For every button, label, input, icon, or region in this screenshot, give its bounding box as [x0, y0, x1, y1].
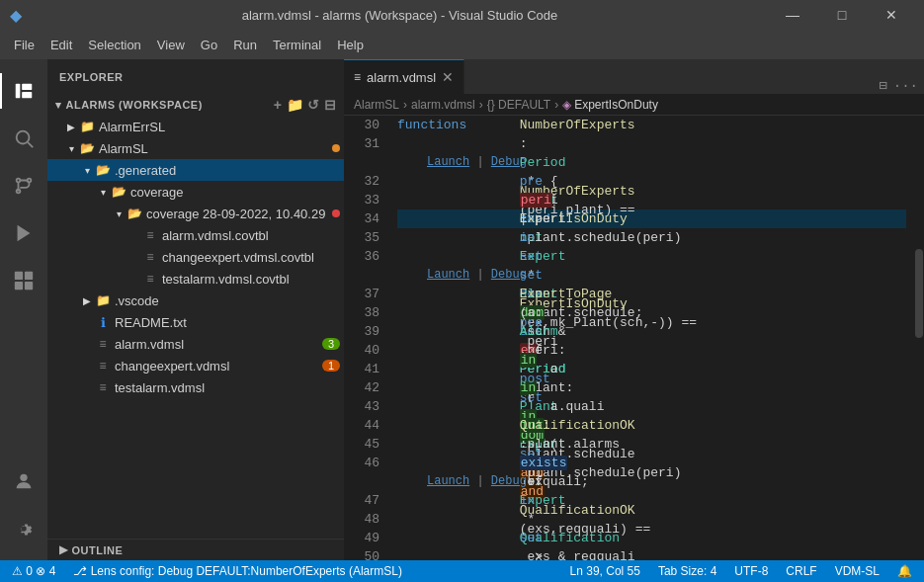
sidebar-item-alarm-covtbl[interactable]: ▶ ≡ alarm.vdmsl.covtbl — [47, 224, 344, 246]
svg-point-13 — [20, 474, 27, 481]
minimize-button[interactable]: — — [770, 0, 815, 30]
tree-item-label: coverage — [130, 185, 344, 200]
svg-rect-9 — [15, 272, 23, 280]
more-actions-icon[interactable]: ··· — [893, 78, 918, 94]
lens-config[interactable]: ⎇ Lens config: Debug DEFAULT:NumberOfExp… — [69, 560, 406, 582]
new-folder-icon[interactable]: 📁 — [287, 97, 304, 113]
menu-terminal[interactable]: Terminal — [265, 34, 329, 56]
tab-close-button[interactable]: ✕ — [442, 69, 454, 85]
editor-area: ≡ alarm.vdmsl ✕ ⊟ ··· AlarmSL › alarm.vd… — [344, 59, 924, 560]
code-content[interactable]: functions Launch | Debug NumberOfExperts… — [389, 116, 914, 560]
file-icon: ≡ — [142, 227, 158, 243]
sidebar-item-changeexpert-covtbl[interactable]: ▶ ≡ changeexpert.vdmsl.covtbl — [47, 246, 344, 268]
svg-rect-11 — [15, 282, 23, 290]
statusbar: ⚠ 0 ⊗ 4 ⎇ Lens config: Debug DEFAULT:Num… — [0, 560, 924, 582]
notification-bell[interactable]: 🔔 — [893, 560, 916, 582]
sidebar-item-vscode[interactable]: ▶ 📁 .vscode — [47, 290, 344, 311]
settings-icon[interactable] — [0, 505, 47, 552]
sidebar-item-alarmerrsl[interactable]: ▶ 📁 AlarmErrSL — [47, 116, 344, 137]
sidebar-item-alarm-vdmsl[interactable]: ▶ ≡ alarm.vdmsl 3 — [47, 333, 344, 355]
menu-file[interactable]: File — [6, 34, 42, 56]
vertical-scrollbar[interactable] — [914, 116, 924, 560]
menu-selection[interactable]: Selection — [80, 34, 148, 56]
sidebar-item-testalarm-vdmsl[interactable]: ▶ ≡ testalarm.vdmsl — [47, 376, 344, 398]
app-icon: ◆ — [10, 6, 22, 25]
menu-go[interactable]: Go — [193, 34, 225, 56]
explorer-icon[interactable] — [0, 67, 47, 115]
scrollbar-thumb[interactable] — [915, 249, 923, 338]
source-control-icon[interactable] — [0, 162, 47, 209]
error-count[interactable]: ⚠ 0 ⊗ 4 — [8, 560, 59, 582]
info-icon: ℹ — [95, 314, 111, 330]
sidebar-item-coverage[interactable]: ▾ 📂 coverage — [47, 181, 344, 203]
account-icon[interactable] — [0, 457, 47, 505]
menu-help[interactable]: Help — [329, 34, 372, 56]
line-ending[interactable]: CRLF — [782, 560, 820, 582]
close-button[interactable]: ✕ — [869, 0, 914, 30]
run-icon[interactable] — [0, 209, 47, 257]
extensions-icon[interactable] — [0, 257, 47, 304]
menu-run[interactable]: Run — [225, 34, 265, 56]
error-dot — [332, 209, 340, 217]
refresh-icon[interactable]: ↺ — [307, 97, 320, 113]
collapse-icon[interactable]: ⊟ — [324, 97, 337, 113]
encoding[interactable]: UTF-8 — [730, 560, 772, 582]
tree-item-label: coverage 28-09-2022, 10.40.29 — [146, 207, 332, 221]
svg-rect-2 — [22, 92, 32, 98]
tree-item-label: AlarmSL — [99, 141, 332, 156]
new-file-icon[interactable]: + — [274, 97, 283, 113]
tree-arrow: ▾ — [63, 143, 79, 154]
line-numbers: 30 31 32 33 34 35 36 37 38 39 40 41 42 4… — [344, 116, 389, 560]
tree-item-label: .vscode — [115, 293, 344, 308]
window-controls: — □ ✕ — [770, 0, 914, 30]
breadcrumb-label: AlarmSL — [354, 98, 399, 112]
sidebar-item-alarmsl[interactable]: ▾ 📂 AlarmSL — [47, 137, 344, 159]
svg-line-4 — [28, 142, 33, 147]
search-icon[interactable] — [0, 115, 47, 162]
svg-rect-12 — [25, 282, 33, 290]
code-line: exists ex in set exs & reqquali in set e… — [397, 529, 906, 547]
sidebar-item-coverage-date[interactable]: ▾ 📂 coverage 28-09-2022, 10.40.29 — [47, 203, 344, 224]
file-code-icon: ≡ — [95, 336, 111, 352]
breadcrumb-default[interactable]: {} DEFAULT — [487, 98, 550, 112]
breadcrumb-label: {} DEFAULT — [487, 98, 550, 112]
tabbar: ≡ alarm.vdmsl ✕ ⊟ ··· — [344, 59, 924, 94]
svg-point-3 — [17, 131, 30, 144]
main-area: Explorer ▾ ALARMS (WORKSPACE) + 📁 ↺ ⊟ ▶ … — [0, 59, 924, 560]
modified-dot — [332, 144, 340, 152]
outline-section[interactable]: ▶ OUTLINE — [47, 539, 344, 560]
outline-label: OUTLINE — [72, 544, 124, 556]
tree-item-label: .generated — [115, 163, 344, 178]
activitybar — [0, 59, 47, 560]
titlebar: ◆ alarm.vdmsl - alarms (Workspace) - Vis… — [0, 0, 924, 30]
breadcrumb-expert[interactable]: ◈ ExpertIsOnDuty — [562, 98, 658, 112]
cursor-position[interactable]: Ln 39, Col 55 — [566, 560, 644, 582]
sidebar: Explorer ▾ ALARMS (WORKSPACE) + 📁 ↺ ⊟ ▶ … — [47, 59, 344, 560]
breadcrumb-sep: › — [554, 98, 558, 112]
tree-item-label: alarm.vdmsl — [115, 337, 322, 352]
workspace-label: ALARMS (WORKSPACE) — [66, 99, 270, 111]
workspace-arrow[interactable]: ▾ — [55, 99, 62, 112]
maximize-button[interactable]: □ — [819, 0, 865, 30]
folder-open-icon: 📂 — [111, 184, 126, 200]
split-editor-icon[interactable]: ⊟ — [879, 77, 886, 94]
statusbar-left: ⚠ 0 ⊗ 4 ⎇ Lens config: Debug DEFAULT:Num… — [8, 560, 406, 582]
file-icon: ≡ — [354, 70, 361, 84]
breadcrumb-file[interactable]: alarm.vdmsl — [411, 98, 475, 112]
sidebar-item-readme[interactable]: ▶ ℹ README.txt — [47, 311, 344, 333]
menu-view[interactable]: View — [149, 34, 193, 56]
sidebar-item-generated[interactable]: ▾ 📂 .generated — [47, 159, 344, 181]
breadcrumb: AlarmSL › alarm.vdmsl › {} DEFAULT › ◈ E… — [344, 94, 924, 116]
tab-size[interactable]: Tab Size: 4 — [654, 560, 720, 582]
tab-alarm-vdmsl[interactable]: ≡ alarm.vdmsl ✕ — [344, 59, 464, 94]
breadcrumb-alarmsl[interactable]: AlarmSL — [354, 98, 399, 112]
sidebar-item-testalarm-covtbl[interactable]: ▶ ≡ testalarm.vdmsl.covtbl — [47, 268, 344, 290]
line-ending-label: CRLF — [786, 564, 816, 578]
menu-edit[interactable]: Edit — [42, 34, 80, 56]
language-mode[interactable]: VDM-SL — [831, 560, 883, 582]
menubar: File Edit Selection View Go Run Terminal… — [0, 30, 924, 59]
sidebar-item-changeexpert-vdmsl[interactable]: ▶ ≡ changeexpert.vdmsl 1 — [47, 355, 344, 376]
tree-item-label: changeexpert.vdmsl — [115, 359, 322, 374]
titlebar-title: alarm.vdmsl - alarms (Workspace) - Visua… — [30, 8, 770, 23]
tree-arrow: ▶ — [79, 295, 95, 306]
